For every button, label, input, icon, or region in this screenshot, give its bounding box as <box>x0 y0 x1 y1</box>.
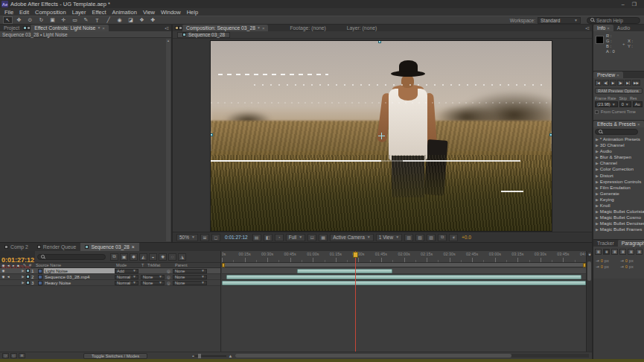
twirl-icon[interactable]: ▶ <box>596 191 599 196</box>
panel-menu-icon[interactable]: ▪≡ <box>585 25 592 31</box>
layer-color-chip[interactable] <box>26 275 30 279</box>
close-icon[interactable]: × <box>607 26 610 31</box>
timeline-tab[interactable]: Render Queue <box>33 243 81 251</box>
clone-stamp-tool[interactable]: ◉ <box>115 16 124 24</box>
effects-category[interactable]: ▶Magic Bullet Denoiser <box>596 220 644 226</box>
effects-category[interactable]: ▶3D Channel <box>596 142 644 148</box>
draft-3d-icon[interactable]: ▣ <box>120 253 128 261</box>
ram-preview-button[interactable]: ▶▶ <box>632 80 640 86</box>
twirl-icon[interactable]: ▶ <box>596 221 599 226</box>
exposure-reset-icon[interactable]: ☀ <box>449 234 458 241</box>
twirl-icon[interactable]: ▶ <box>596 167 599 171</box>
resolution-select[interactable]: Full▼ <box>286 234 305 241</box>
frame-blending-icon[interactable]: ◭ <box>139 253 147 261</box>
tab-audio[interactable]: Audio <box>613 25 634 31</box>
zoom-slider[interactable] <box>195 355 226 357</box>
layer-duration-bar[interactable] <box>222 281 586 285</box>
brainstorm-icon[interactable]: ✺ <box>159 253 167 261</box>
layer-name[interactable]: Light Noise <box>44 268 115 273</box>
hide-shy-layers-icon[interactable]: ✱ <box>130 253 138 261</box>
timeline-ruler[interactable]: :00s00:15s00:30s00:45s01:00s01:15s01:30s… <box>222 251 586 263</box>
layer-duration-bar[interactable] <box>226 275 581 279</box>
comp-marker-bin-icon[interactable]: ◆ <box>587 252 592 256</box>
menu-help[interactable]: Help <box>184 9 201 16</box>
skip-select[interactable]: 0▼ <box>619 101 631 107</box>
effects-category[interactable]: ▶Channel <box>596 160 644 166</box>
scrollbar[interactable]: ▲ <box>166 39 170 241</box>
layer-mode-dropdown[interactable]: Add▼ <box>115 269 138 273</box>
timeline-time-area[interactable]: :00s00:15s00:30s00:45s01:00s01:15s01:30s… <box>222 251 586 352</box>
align-button[interactable]: ≣ <box>595 249 602 255</box>
track-row[interactable] <box>222 274 586 280</box>
layer-color-chip[interactable] <box>26 269 30 273</box>
layer-handle[interactable] <box>549 133 552 136</box>
close-icon[interactable]: × <box>616 73 619 77</box>
tab-footage[interactable]: Footage: (none) <box>286 25 329 31</box>
source-name-column-header[interactable]: Source Name <box>36 263 116 267</box>
video-switch-icon[interactable]: ◉ <box>1 275 5 279</box>
solo-switch[interactable] <box>12 269 16 273</box>
layer-mode-dropdown[interactable]: Normal▼ <box>115 281 138 285</box>
playhead[interactable] <box>355 251 356 352</box>
layer-name[interactable]: Heavy Noise <box>44 280 115 285</box>
audio-switch-icon[interactable] <box>7 269 10 273</box>
layer-parent-dropdown[interactable]: None▼ <box>173 269 207 273</box>
flowchart-icon[interactable]: ⧉ <box>438 234 447 241</box>
align-button[interactable]: ≣ <box>619 249 626 255</box>
twirl-icon[interactable]: ▶ <box>596 209 599 214</box>
prev-frame-button[interactable]: ◀| <box>602 80 609 86</box>
menu-layer[interactable]: Layer <box>69 9 89 16</box>
close-icon[interactable]: × <box>132 244 135 250</box>
menu-window[interactable]: Window <box>158 9 184 16</box>
timeline-zoom-control[interactable]: ▴ ▲ <box>192 354 232 358</box>
tab-composition[interactable]: Composition: Sequence 03_28▼× <box>182 25 268 31</box>
effects-category[interactable]: ▶Knoll <box>596 203 644 209</box>
parent-column-header[interactable]: Parent <box>175 263 214 267</box>
layer-duration-bar[interactable] <box>297 269 393 273</box>
tab-preview[interactable]: Preview× <box>593 72 623 78</box>
current-time-indicator[interactable] <box>353 252 358 258</box>
timeline-tab[interactable]: Sequence 03_28× <box>80 243 138 251</box>
zoom-in-icon[interactable]: ▲ <box>228 354 232 358</box>
restore-icon[interactable]: ❐ <box>632 1 637 7</box>
tab-paragraph[interactable]: Paragraph× <box>618 240 644 247</box>
paragraph-field[interactable]: ⇥0px <box>620 264 642 269</box>
twirl-icon[interactable]: ▶ <box>596 174 599 178</box>
effects-category[interactable]: ▶Keying <box>596 197 644 203</box>
number-column-header[interactable]: # <box>29 263 36 267</box>
tab-effects-presets[interactable]: Effects & Presets× <box>593 121 644 127</box>
effects-category[interactable]: ▶Film Emulation <box>596 185 644 191</box>
work-area-start-handle[interactable] <box>222 263 225 267</box>
zoom-out-icon[interactable]: ▴ <box>192 354 194 358</box>
minimize-icon[interactable]: – <box>622 1 625 7</box>
effects-category[interactable]: ▶Audio <box>596 148 644 154</box>
align-button[interactable]: ≣ <box>628 249 634 255</box>
fast-preview-icon[interactable]: ▧ <box>415 234 424 241</box>
menu-composition[interactable]: Composition <box>32 9 69 16</box>
tab-effect-controls[interactable]: Effect Controls: Light Noise▼× <box>31 25 109 31</box>
timeline-view-icon[interactable]: ⊞ <box>19 353 25 358</box>
resolution-select[interactable]: Au <box>633 101 643 107</box>
last-frame-button[interactable]: ▶| <box>625 80 631 86</box>
composition-mini-flowchart-icon[interactable]: ⧉ <box>110 253 118 261</box>
pan-behind-tool[interactable]: ✛ <box>59 16 68 24</box>
rotation-tool[interactable]: ↻ <box>36 16 46 24</box>
hand-tool[interactable]: ✥ <box>14 16 24 24</box>
twirl-icon[interactable]: ▶ <box>596 197 599 202</box>
effects-category[interactable]: ▶Blur & Sharpen <box>596 154 644 160</box>
effects-category[interactable]: ▶Distort <box>596 173 644 179</box>
help-search-input[interactable]: Search Help <box>587 17 640 24</box>
mode-column-header[interactable]: Mode <box>116 263 141 267</box>
first-frame-button[interactable]: |◀ <box>595 80 602 86</box>
transparency-grid-icon[interactable]: ▦ <box>319 234 328 241</box>
timeline-tab[interactable]: Comp 2 <box>0 243 33 251</box>
tab-project[interactable]: Project <box>0 25 23 31</box>
close-icon[interactable]: × <box>262 26 265 31</box>
t-column-header[interactable]: T <box>141 263 147 267</box>
effects-category[interactable]: ▶Magic Bullet Cosmo <box>596 215 644 220</box>
unified-camera-tool[interactable]: ▣ <box>48 16 57 24</box>
track-row[interactable] <box>222 280 586 286</box>
menu-edit[interactable]: Edit <box>16 9 32 16</box>
layer-color-chip[interactable] <box>26 281 30 285</box>
selection-tool[interactable]: ↖ <box>3 16 13 24</box>
